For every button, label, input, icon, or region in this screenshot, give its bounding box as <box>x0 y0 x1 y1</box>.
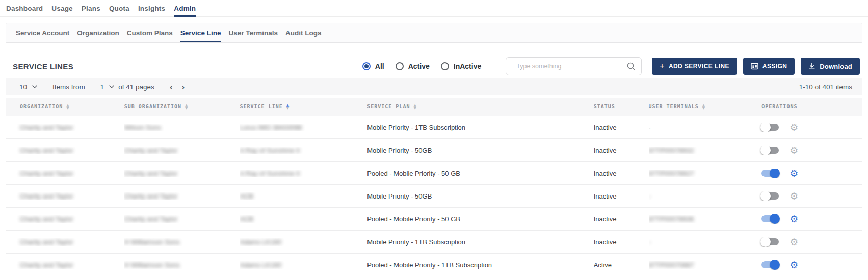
column-header-user-terminals[interactable]: USER TERMINALS ▲▼ <box>649 104 759 110</box>
status-toggle[interactable] <box>761 192 779 200</box>
gear-icon[interactable]: ⚙ <box>790 237 798 247</box>
sort-icon[interactable]: ▲▼ <box>185 104 188 110</box>
nav-item-plans[interactable]: Plans <box>82 0 100 17</box>
status-toggle[interactable] <box>761 261 779 268</box>
column-header-service-line[interactable]: SERVICE LINE ▲▼ <box>240 104 367 110</box>
download-button[interactable]: Download <box>801 58 860 75</box>
service-plan-cell: Mobile Priority - 1TB Subscription <box>367 124 465 131</box>
page-title: SERVICE LINES <box>13 62 73 71</box>
nav-item-insights[interactable]: Insights <box>138 0 165 17</box>
user-terminals-cell: - <box>649 238 651 246</box>
user-terminals-cell: 87TP00078927 <box>649 170 694 177</box>
gear-icon[interactable]: ⚙ <box>790 260 798 270</box>
table-row: Charity and Taylor Charity and Taylor A … <box>6 161 862 184</box>
sort-icon[interactable]: ▲▼ <box>413 104 416 110</box>
prev-page-button[interactable]: ‹ <box>170 82 173 91</box>
service-line-cell: A Ray of Sunshine II <box>240 170 300 177</box>
table-row: Charity and Taylor H Williamson Sons Ada… <box>6 230 862 253</box>
filter-label: Active <box>408 62 430 70</box>
status-toggle[interactable] <box>761 124 779 131</box>
gear-icon[interactable]: ⚙ <box>790 214 798 224</box>
column-header-organization[interactable]: ORGANIZATION ▲▼ <box>6 104 124 110</box>
status-toggle[interactable] <box>761 170 779 177</box>
nav-item-dashboard[interactable]: Dashboard <box>6 0 43 17</box>
gear-icon[interactable]: ⚙ <box>790 191 798 201</box>
filter-radio-active[interactable]: Active <box>396 62 430 70</box>
toolbar: SERVICE LINES All Active InActive <box>13 53 860 79</box>
page-size-select[interactable]: 10 <box>19 83 37 91</box>
page-select[interactable]: 1 <box>100 83 115 91</box>
status-filter-group: All Active InActive <box>362 62 481 70</box>
items-range-label: 1-10 of 401 items <box>799 83 852 91</box>
sub-organization-cell: Charity and Taylor <box>124 170 178 177</box>
service-plan-cell: Mobile Priority - 50GB <box>367 147 432 154</box>
organization-cell: Charity and Taylor <box>20 192 73 200</box>
status-toggle[interactable] <box>761 215 779 222</box>
service-line-cell: A Ray of Sunshine II <box>240 147 300 154</box>
add-service-line-label: ADD SERVICE LINE <box>669 63 729 70</box>
main-nav: Dashboard Usage Plans Quota Insights Adm… <box>0 0 868 17</box>
user-terminals-cell: 87TP00078932 <box>649 147 694 154</box>
nav-item-usage[interactable]: Usage <box>51 0 73 17</box>
gear-icon[interactable]: ⚙ <box>790 169 798 178</box>
column-label: SUB ORGANIZATION <box>124 104 181 109</box>
gear-icon[interactable]: ⚙ <box>790 123 798 132</box>
service-line-cell: Adams LK160 <box>240 238 281 246</box>
status-toggle[interactable] <box>761 238 779 245</box>
status-toggle[interactable] <box>761 147 779 154</box>
toggle-knob <box>760 123 771 132</box>
toolbar-controls: All Active InActive + ADD SERVI <box>362 57 860 75</box>
user-terminals-cell: - <box>649 124 651 131</box>
service-lines-table: ORGANIZATION ▲▼ SUB ORGANIZATION ▲▼ SERV… <box>6 98 862 276</box>
nav-item-quota[interactable]: Quota <box>109 0 129 17</box>
assign-icon <box>751 63 758 70</box>
table-row: Charity and Taylor Charity and Taylor A … <box>6 138 862 161</box>
toggle-knob <box>760 191 771 201</box>
organization-cell: Charity and Taylor <box>20 215 73 223</box>
sort-icon[interactable]: ▲▼ <box>702 104 705 110</box>
tab-custom-plans[interactable]: Custom Plans <box>127 23 173 42</box>
column-label: SERVICE PLAN <box>367 104 410 109</box>
column-header-sub-organization[interactable]: SUB ORGANIZATION ▲▼ <box>124 104 240 110</box>
assign-button[interactable]: ASSIGN <box>743 58 795 75</box>
search-icon[interactable] <box>626 62 636 73</box>
search-input[interactable] <box>506 57 642 75</box>
next-page-button[interactable]: › <box>182 82 185 91</box>
gear-icon[interactable]: ⚙ <box>790 146 798 155</box>
sort-icon[interactable]: ▲▼ <box>66 104 69 110</box>
chevron-down-icon <box>32 85 37 88</box>
tab-audit-logs[interactable]: Audit Logs <box>285 23 322 42</box>
service-line-cell: Lorus IMO 38433088 <box>240 124 302 131</box>
tab-user-terminals[interactable]: User Terminals <box>228 23 278 42</box>
organization-cell: Charity and Taylor <box>20 147 73 154</box>
toggle-knob <box>770 214 780 224</box>
sub-organization-cell: Charity and Taylor <box>124 215 178 223</box>
sort-icon[interactable]: ▲▼ <box>286 104 290 110</box>
tab-service-account[interactable]: Service Account <box>16 23 69 42</box>
admin-sub-nav: Service Account Organization Custom Plan… <box>6 23 862 43</box>
column-header-service-plan[interactable]: SERVICE PLAN ▲▼ <box>367 104 593 110</box>
filter-radio-inactive[interactable]: InActive <box>441 62 481 70</box>
status-cell: Inactive <box>594 147 617 154</box>
table-header: ORGANIZATION ▲▼ SUB ORGANIZATION ▲▼ SERV… <box>6 98 862 116</box>
column-label: SERVICE LINE <box>240 104 282 109</box>
status-cell: Inactive <box>594 238 617 246</box>
organization-cell: Charity and Taylor <box>20 261 73 269</box>
tab-organization[interactable]: Organization <box>77 23 119 42</box>
column-label: USER TERMINALS <box>649 104 699 109</box>
organization-cell: Charity and Taylor <box>20 238 73 246</box>
column-header-operations: OPERATIONS <box>758 104 862 109</box>
column-label: OPERATIONS <box>761 104 797 109</box>
service-plan-cell: Pooled - Mobile Priority - 50 GB <box>367 215 460 223</box>
status-cell: Inactive <box>594 170 617 177</box>
user-terminals-cell: - <box>649 192 651 200</box>
table-row: Charity and Taylor Wilson Sons Lorus IMO… <box>6 116 862 138</box>
nav-item-admin[interactable]: Admin <box>174 0 196 17</box>
service-line-cell: Adams LK160 <box>240 261 281 269</box>
status-cell: Inactive <box>594 215 617 223</box>
sub-organization-cell: H Williamson Sons <box>124 238 180 246</box>
add-service-line-button[interactable]: + ADD SERVICE LINE <box>652 58 737 75</box>
filter-radio-all[interactable]: All <box>362 62 384 70</box>
tab-service-line[interactable]: Service Line <box>180 23 221 42</box>
toggle-knob <box>760 237 771 247</box>
